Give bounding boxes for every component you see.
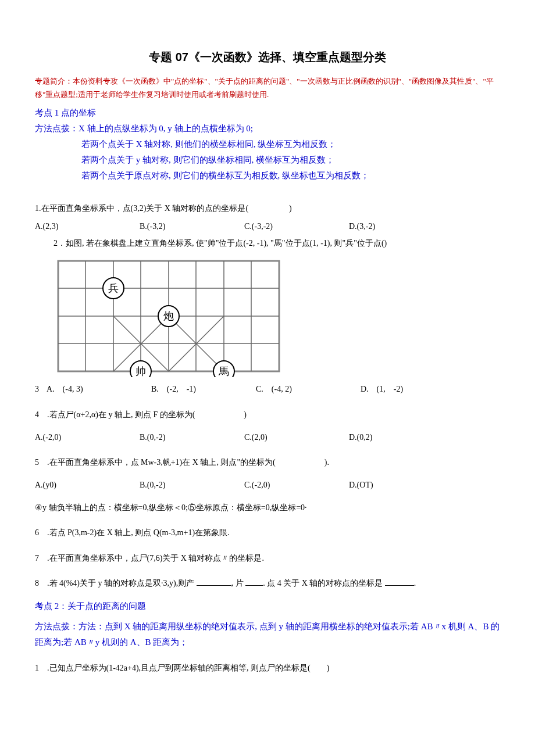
q3-option-b: B. (-2, -1) (151, 382, 256, 396)
svg-text:兵: 兵 (108, 282, 119, 294)
q5-option-d: D.(OT) (349, 478, 442, 492)
method-1-line4: 若两个点关于原点对称, 则它们的横坐标互为相反数, 纵坐标也互为相反数； (35, 168, 500, 184)
svg-text:馬: 馬 (218, 366, 229, 377)
method-1-line3: 若两个点关于 y 轴对称, 则它们的纵坐标相同, 横坐标互为相反数； (35, 152, 500, 168)
question-7: 7 .在平面直角坐标系中，点尸(7,6)关于 X 轴对称点〃的坐标是. (35, 551, 500, 565)
method-1-line1: 方法点拨：X 轴上的点纵坐标为 0, y 轴上的点横坐标为 0; (35, 121, 500, 137)
q3-option-c: C. (-4, 2) (256, 382, 361, 396)
q4-option-d: D.(0,2) (349, 430, 442, 445)
kaodian-1-heading: 考点 1 点的坐标 (35, 105, 500, 121)
svg-text:帅: 帅 (135, 366, 146, 377)
question-5-options: A.(y0) B.(0,-2) C.(-2,0) D.(OT) (35, 478, 500, 492)
q8-part-b: , 片 (231, 579, 246, 587)
q3-option-d: D. (1, -2) (361, 382, 454, 396)
kaodian-2-heading: 考点 2：关于点的距离的问题 (35, 599, 500, 614)
q4-option-c: C.(2,0) (244, 430, 349, 445)
blank-1 (197, 585, 231, 586)
question-1-options: A.(2,3) B.(-3,2) C.(-3,-2) D.(3,-2) (35, 219, 500, 234)
chess-piece-bing: 兵 (103, 278, 124, 299)
q3-lead: 3 (35, 382, 47, 396)
question-2: 2．如图, 若在象棋盘上建立直角坐标系, 使"帅"位于点(-2, -1), "馬… (35, 236, 500, 250)
topic-intro: 专题简介：本份资料专攻《一次函数》中"点的坐标"、"关于点的距离的问题"、"一次… (35, 74, 500, 102)
axis-note: ④y 轴负半轴上的点：横坐标=0,纵坐标＜0;⑤坐标原点：横坐标=0,纵坐标=0… (35, 500, 500, 515)
q3-option-a: A. (-4, 3) (47, 382, 151, 396)
chess-piece-ma: 馬 (213, 361, 234, 377)
question-6: 6 .若点 P(3,m-2)在 X 轴上, 则点 Q(m-3,m+1)在第象限. (35, 525, 500, 540)
q5-option-a: A.(y0) (35, 478, 140, 492)
q5-option-c: C.(-2,0) (244, 478, 349, 492)
blank-2 (245, 585, 263, 586)
method-2-line1: 方法点拨：方法：点到 X 轴的距离用纵坐标的绝对值表示, 点到 y 轴的距离用横… (35, 619, 500, 650)
question-1: 1.在平面直角坐标系中，点(3,2)关于 X 轴对称的点的坐标是( ) (35, 201, 500, 216)
question-4: 4 .若点尸(α+2,α)在 y 轴上, 则点 F 的坐标为( ) (35, 407, 500, 422)
chess-board-figure: 兵 炮 帅 馬 (52, 255, 500, 377)
question-3-options: 3 A. (-4, 3) B. (-2, -1) C. (-4, 2) D. (… (35, 382, 500, 396)
q8-part-c: . 点 4 关于 X 轴的对称点的坐标是 (263, 579, 385, 587)
q1-option-b: B.(-3,2) (140, 219, 244, 234)
kd2-question-1: 1 .已知点尸坐标为(1-42a+4),且点尸到两坐标轴的距离相等, 则点尸的坐… (35, 661, 500, 675)
chess-piece-shuai: 帅 (130, 361, 151, 377)
page-title: 专题 07《一次函数》选择、填空重点题型分类 (35, 46, 500, 67)
q1-option-c: C.(-3,-2) (244, 219, 349, 234)
q8-part-a: 8 .若 4(%4)关于 y 轴的对称点是双·3,y),则产 (35, 579, 197, 587)
q4-option-a: A.(-2,0) (35, 430, 140, 445)
chess-board-svg: 兵 炮 帅 馬 (52, 255, 285, 377)
question-8: 8 .若 4(%4)关于 y 轴的对称点是双·3,y),则产 , 片 . 点 4… (35, 576, 500, 590)
blank-3 (385, 585, 414, 586)
q4-option-b: B.(0,-2) (140, 430, 244, 445)
svg-text:炮: 炮 (163, 310, 174, 322)
question-4-options: A.(-2,0) B.(0,-2) C.(2,0) D.(0,2) (35, 430, 500, 445)
q1-option-d: D.(3,-2) (349, 219, 442, 234)
method-1-line2: 若两个点关于 X 轴对称, 则他们的横坐标相同, 纵坐标互为相反数； (35, 137, 500, 152)
q1-option-a: A.(2,3) (35, 219, 140, 234)
question-5: 5 .在平面直角坐标系中，点 Mw-3,帆+1)在 X 轴上, 则点"的坐标为(… (35, 455, 500, 470)
chess-piece-pao: 炮 (158, 306, 179, 327)
q5-option-b: B.(0,-2) (140, 478, 244, 492)
q8-part-d: . (414, 579, 416, 587)
